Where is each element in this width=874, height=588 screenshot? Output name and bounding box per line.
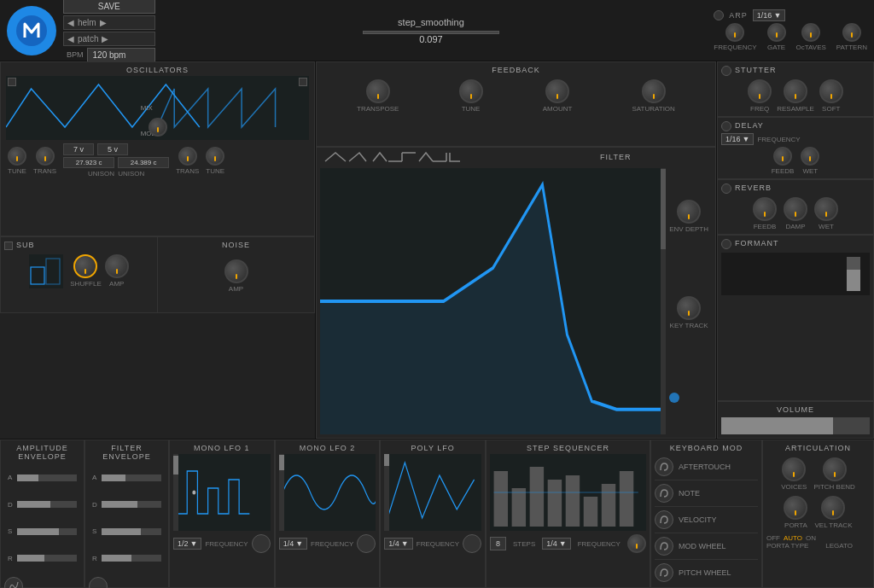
reverb-feedb-label: FEEDB [754,223,777,230]
poly-lfo-vert-slider[interactable] [384,454,389,531]
delay-power-btn[interactable] [721,121,731,131]
delay-feedb-knob[interactable] [773,147,792,166]
feedback-saturation-knob[interactable] [642,79,666,103]
arp-pattern-knob[interactable] [842,23,861,42]
note-icon[interactable] [655,484,673,503]
patch-next[interactable]: ▶ [102,34,108,44]
arp-power-btn[interactable] [714,10,724,20]
feedback-amount-knob[interactable] [545,79,569,103]
osc2-trans-knob[interactable] [178,147,197,166]
aftertouch-icon[interactable] [655,457,673,476]
lfo2-vert-slider[interactable] [279,454,284,531]
feedback-transpose-knob[interactable] [366,79,390,103]
mono-lfo2-display[interactable] [279,454,376,531]
arp-frequency-knob[interactable] [725,23,744,42]
pitch-wheel-icon[interactable] [655,563,673,582]
osc2-c2-display[interactable]: 24.389 c [118,157,169,168]
step-seq-display[interactable] [490,454,646,531]
osc2-enable[interactable] [299,78,307,86]
lfo2-icon[interactable] [357,534,376,553]
pitch-bend-knob[interactable] [823,457,847,481]
filter-r-slider[interactable] [102,555,161,562]
patch-prev[interactable]: ◀ [67,34,74,44]
filter-type-icons[interactable] [323,151,460,165]
filter-scrollbar[interactable] [661,168,666,434]
filter-env-icon[interactable] [89,577,108,588]
filter-display[interactable] [320,168,666,434]
sub-amp-knob[interactable] [105,254,129,278]
center-panel: FEEDBACK TRANSPOSE TUNE AMOUNT [316,61,716,439]
sub-enable[interactable] [4,242,13,250]
filter-env-depth-knob[interactable] [677,200,701,224]
sub-shuffle-knob[interactable] [73,254,97,278]
osc2-c-display[interactable]: 27.923 c [63,157,114,168]
logo[interactable] [7,6,56,55]
arp-freq-display[interactable]: 1/16 ▼ [753,9,785,21]
lfo1-vert-slider[interactable] [173,454,178,531]
amp-env-icon[interactable] [4,577,23,588]
stutter-freq-knob[interactable] [748,79,772,103]
reverb-title: REVERB [735,183,772,192]
arp-octaves-knob[interactable] [801,23,820,42]
step-seq-freq-display[interactable]: 1/4 ▼ [542,538,570,550]
lfo1-icon[interactable] [252,534,271,553]
arp-gate-knob[interactable] [767,23,786,42]
delay-wet-knob[interactable] [801,147,819,166]
poly-lfo-freq-display[interactable]: 1/4 ▼ [384,538,412,550]
osc1-tune-knob[interactable] [8,147,26,166]
porta-off-option[interactable]: OFF [766,534,780,542]
amp-s-slider[interactable] [17,528,77,535]
porta-on-option[interactable]: ON [806,534,816,542]
step-seq-freq-label: FREQUENCY [578,540,621,548]
step-seq-title: STEP SEQUENCER [490,444,646,452]
delay-freq-display[interactable]: 1/16 ▼ [721,133,754,145]
stutter-power-btn[interactable] [721,66,731,76]
amp-r-slider[interactable] [17,555,77,562]
mono-lfo1-display[interactable] [173,454,271,531]
noise-amp-knob[interactable] [224,259,248,283]
poly-lfo-icon[interactable] [463,534,481,553]
poly-lfo-display[interactable] [384,454,481,531]
delay-title: DELAY [735,121,764,130]
filter-key-track-knob[interactable] [677,296,701,320]
formant-display[interactable] [721,253,870,295]
porta-auto-option[interactable]: AUTO [784,534,802,542]
filter-s-slider[interactable] [102,528,161,535]
stutter-resample-knob[interactable] [784,79,807,103]
delay-wet-label: WET [802,167,818,175]
save-button[interactable]: SAVE [63,0,155,14]
amp-d-slider[interactable] [17,501,77,508]
step-seq-knob[interactable] [627,534,646,553]
vel-track-knob[interactable] [821,496,845,520]
reverb-power-btn[interactable] [721,183,731,194]
reverb-feedb-knob[interactable] [753,197,777,221]
mod-wheel-icon[interactable] [655,537,673,556]
reverb-damp-knob[interactable] [784,197,807,221]
osc2-v2-display[interactable]: 5 v [97,143,128,155]
bpm-display[interactable]: 120 bpm [87,48,155,62]
preset-prev[interactable]: ◀ [67,18,74,27]
velocity-icon[interactable] [655,510,673,529]
filter-a-slider[interactable] [102,474,161,481]
amp-a-slider[interactable] [17,474,77,481]
voices-knob[interactable] [782,457,806,481]
mod-knob[interactable] [149,118,167,137]
preset-next[interactable]: ▶ [100,18,107,27]
porta-knob[interactable] [784,496,807,520]
osc1-trans-knob[interactable] [36,147,55,166]
filter-d-slider[interactable] [102,501,161,508]
lfo1-freq-display[interactable]: 1/2 ▼ [173,538,201,550]
step-seq-steps-label: STEPS [513,540,535,548]
osc1-enable[interactable] [8,78,16,86]
formant-power-btn[interactable] [721,239,731,249]
reverb-wet-knob[interactable] [814,197,838,221]
porta-type-toggle[interactable]: OFF AUTO ON [766,534,816,542]
pitch-wheel-row: PITCH WHEEL [655,560,758,585]
volume-display[interactable] [721,417,870,434]
osc2-v-display[interactable]: 7 v [63,143,94,155]
osc2-tune-knob[interactable] [206,147,224,166]
stutter-soft-knob[interactable] [819,79,843,103]
lfo2-freq-display[interactable]: 1/4 ▼ [279,538,307,550]
feedback-tune-knob[interactable] [459,79,483,103]
step-seq-steps-display[interactable]: 8 [490,537,506,550]
